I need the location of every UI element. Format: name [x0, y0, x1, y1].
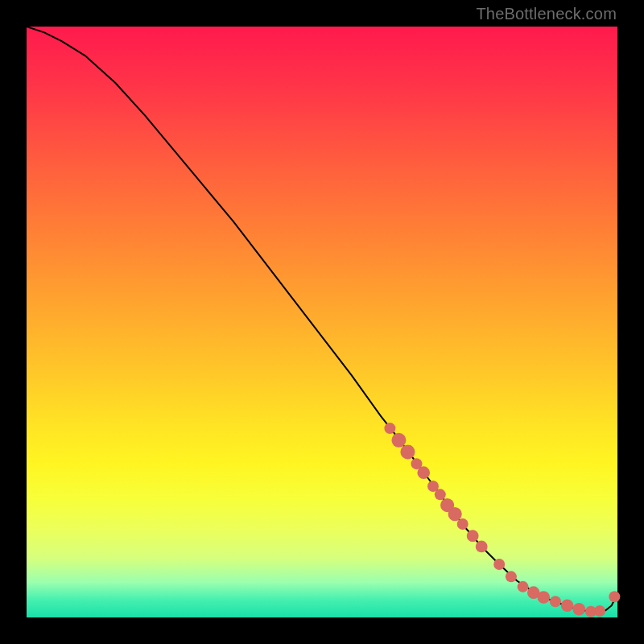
plot-area — [27, 27, 617, 617]
data-dot — [493, 559, 505, 570]
data-dot — [391, 433, 406, 448]
data-dot — [476, 541, 488, 553]
data-dot — [448, 507, 462, 521]
chart-overlay — [27, 27, 617, 617]
data-dot — [457, 518, 469, 530]
data-dot — [609, 591, 620, 602]
watermark-text: TheBottleneck.com — [476, 5, 617, 23]
data-dot — [384, 423, 395, 434]
data-dot — [561, 600, 574, 613]
data-dot — [435, 489, 446, 500]
data-dots — [384, 423, 620, 617]
chart-stage: TheBottleneck.com — [0, 0, 644, 644]
data-dot — [550, 596, 561, 607]
data-dot — [417, 466, 430, 479]
data-dot — [467, 530, 479, 542]
data-dot — [400, 444, 415, 459]
data-dot — [506, 571, 517, 582]
data-dot — [518, 581, 529, 592]
data-dot — [594, 605, 605, 617]
curve-line — [27, 27, 617, 612]
data-dot — [572, 603, 585, 616]
data-dot — [537, 591, 550, 604]
